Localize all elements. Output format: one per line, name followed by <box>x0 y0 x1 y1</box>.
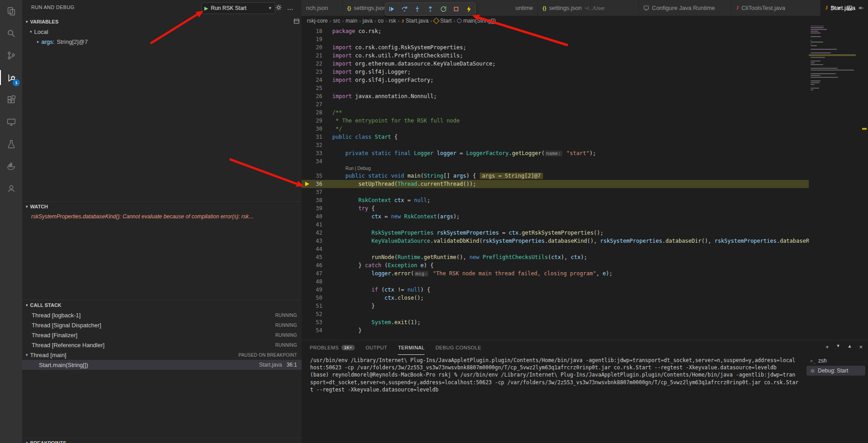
line-number-gutter[interactable]: 41 <box>302 221 332 229</box>
code-line[interactable]: 47 logger.error(msg: "The RSK node main … <box>302 269 809 278</box>
code-line[interactable]: 40 ctx = new RskContext(args); <box>302 212 809 221</box>
line-number-gutter[interactable]: 27 <box>302 100 332 108</box>
stop-button[interactable] <box>451 4 462 14</box>
line-number-gutter[interactable]: 47 <box>302 269 332 278</box>
line-number-gutter[interactable]: 38 <box>302 196 332 204</box>
code-line[interactable]: 32 <box>302 141 809 149</box>
tab-output[interactable]: OUTPUT <box>366 340 387 355</box>
line-number[interactable]: 29 <box>316 117 322 125</box>
line-number-gutter[interactable]: 31 <box>302 133 332 141</box>
line-number[interactable]: 38 <box>316 196 322 204</box>
testing-icon[interactable] <box>0 133 22 155</box>
extensions-icon[interactable] <box>0 89 22 111</box>
remote-explorer-icon[interactable] <box>0 111 22 133</box>
line-number[interactable]: 43 <box>316 237 322 245</box>
line-number[interactable]: 27 <box>316 100 322 108</box>
line-number-gutter[interactable]: 26 <box>302 92 332 100</box>
code-line[interactable]: 33 private static final Logger logger = … <box>302 149 809 157</box>
code-line[interactable]: 25 <box>302 84 809 92</box>
watch-header[interactable]: ▾ WATCH <box>22 201 302 212</box>
line-number[interactable]: 39 <box>316 204 322 212</box>
line-number[interactable]: 18 <box>316 27 322 35</box>
code-line[interactable]: 19 <box>302 35 809 43</box>
code-line[interactable]: 34 <box>302 157 809 165</box>
code-line[interactable]: 29 * The entrypoint for the RSK full nod… <box>302 117 809 125</box>
line-number[interactable]: 34 <box>316 157 322 165</box>
line-number-gutter[interactable]: 30 <box>302 125 332 133</box>
line-number[interactable]: 19 <box>316 35 322 43</box>
tab-clitoolstest-java[interactable]: J CliToolsTest.java <box>731 0 821 16</box>
line-number[interactable]: 47 <box>316 269 322 278</box>
new-terminal-button[interactable]: + <box>826 344 829 350</box>
hot-code-replace-icon[interactable] <box>464 4 475 14</box>
run-debug-codelens[interactable]: Run | Debug <box>302 165 809 172</box>
line-number-gutter[interactable]: 21 <box>302 52 332 60</box>
breadcrumb-item[interactable]: java <box>363 18 373 24</box>
close-panel-icon[interactable]: × <box>859 344 863 350</box>
step-over-button[interactable] <box>399 4 410 14</box>
code-line[interactable]: 24import org.slf4j.LoggerFactory; <box>302 76 809 84</box>
line-number[interactable]: 33 <box>316 149 322 157</box>
code-line[interactable]: 48 <box>302 278 809 286</box>
step-into-button[interactable] <box>412 4 423 14</box>
breadcrumb-item[interactable]: Start.java <box>406 18 429 24</box>
watch-expression[interactable]: rskSystemProperties.databaseKind(): Cann… <box>22 212 302 222</box>
tab-terminal[interactable]: TERMINAL <box>398 340 425 355</box>
terminal-instance-zsh[interactable]: >_ zsh <box>807 356 865 366</box>
code-line[interactable]: 27 <box>302 100 809 108</box>
editor[interactable]: 18package co.rsk;1920import co.rsk.confi… <box>302 26 809 341</box>
line-number[interactable]: 49 <box>316 286 322 294</box>
line-number[interactable]: 45 <box>316 253 322 261</box>
line-number[interactable]: 54 <box>316 326 322 335</box>
tab-settings-json-user[interactable]: {} settings.json ~/.../User <box>538 0 639 16</box>
line-number-gutter[interactable]: 20 <box>302 43 332 52</box>
line-number-gutter[interactable]: 49 <box>302 286 332 294</box>
line-number-gutter[interactable]: 22 <box>302 60 332 68</box>
restart-button[interactable] <box>438 4 449 14</box>
line-number-gutter[interactable]: 19 <box>302 35 332 43</box>
line-number-gutter[interactable]: 48 <box>302 278 332 286</box>
line-number-gutter[interactable]: 32 <box>302 141 332 149</box>
line-number[interactable]: 32 <box>316 141 322 149</box>
code-line[interactable]: 52 <box>302 310 809 318</box>
code-line[interactable]: 35 public static void main(String[] args… <box>302 172 809 180</box>
line-number[interactable]: 50 <box>316 294 322 302</box>
breadcrumb-item[interactable]: rskj-core <box>307 18 328 24</box>
code-line[interactable]: 28/** <box>302 108 809 117</box>
code-line[interactable]: 36 setUpThread(Thread.currentThread()); <box>302 180 809 188</box>
line-number-gutter[interactable]: 43 <box>302 237 332 245</box>
split-editor-button[interactable] <box>846 5 853 11</box>
code-line[interactable]: 41 <box>302 221 809 229</box>
line-number[interactable]: 37 <box>316 188 322 196</box>
line-number-gutter[interactable]: 25 <box>302 84 332 92</box>
continue-button[interactable] <box>386 4 397 14</box>
overview-ruler-scrollbar[interactable] <box>861 16 868 340</box>
line-number[interactable]: 44 <box>316 245 322 253</box>
line-number-gutter[interactable]: 53 <box>302 318 332 326</box>
line-number-gutter[interactable]: 28 <box>302 108 332 117</box>
variables-scope-row[interactable]: ▾ Local <box>22 27 302 37</box>
breadcrumb-item[interactable]: rsk <box>389 18 396 24</box>
thread-row-main[interactable]: ▾ Thread [main] PAUSED ON BREAKPOINT <box>22 350 302 360</box>
line-number[interactable]: 31 <box>316 133 322 141</box>
line-number-gutter[interactable]: 51 <box>302 302 332 310</box>
code-line[interactable]: 54 } <box>302 326 809 335</box>
line-number-gutter[interactable]: 24 <box>302 76 332 84</box>
code-line[interactable]: 43 KeyValueDataSource.validateDbKind(rsk… <box>302 237 809 245</box>
search-icon[interactable] <box>0 22 22 44</box>
line-number-gutter[interactable]: 33 <box>302 149 332 157</box>
line-number-gutter[interactable]: 23 <box>302 68 332 76</box>
terminal-dropdown-chevron-icon[interactable]: ▼ <box>836 344 840 350</box>
run-and-debug-icon[interactable]: 1 <box>0 66 22 89</box>
line-number-gutter[interactable]: 46 <box>302 261 332 269</box>
code-line[interactable]: 18package co.rsk; <box>302 27 809 35</box>
line-number[interactable]: 41 <box>316 221 322 229</box>
line-number-gutter[interactable]: 39 <box>302 204 332 212</box>
thread-row[interactable]: Thread [Signal Dispatcher] RUNNING <box>22 320 302 330</box>
gitlens-icon[interactable] <box>0 177 22 199</box>
breakpoints-header[interactable]: ▾ BREAKPOINTS <box>22 438 302 443</box>
more-actions-button[interactable]: ⋯ <box>858 5 864 11</box>
tab-problems[interactable]: PROBLEMS 1K+ <box>310 340 355 355</box>
thread-row[interactable]: Thread [Reference Handler] RUNNING <box>22 340 302 350</box>
breadcrumb-item[interactable]: main <box>345 18 357 24</box>
